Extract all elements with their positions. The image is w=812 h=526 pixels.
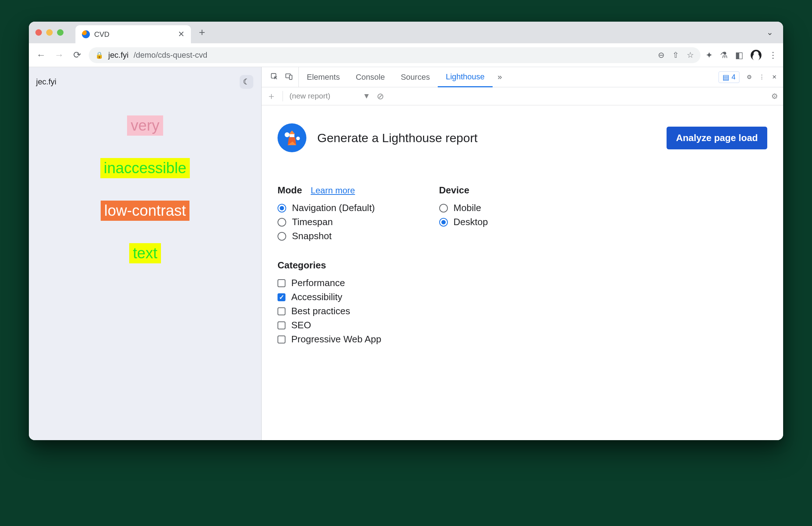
back-button[interactable]: ← <box>35 49 48 61</box>
chat-icon: ▤ <box>722 73 729 82</box>
demo-word: text <box>129 243 161 263</box>
page-brand: jec.fyi <box>36 77 254 87</box>
category-accessibility[interactable]: Accessibility <box>278 292 381 303</box>
mode-heading: Mode <box>278 185 302 196</box>
checkbox-label: SEO <box>291 320 311 331</box>
extensions-icon[interactable]: ✦ <box>706 50 713 60</box>
forward-button[interactable]: → <box>53 49 66 61</box>
category-pwa[interactable]: Progressive Web App <box>278 334 381 345</box>
chevron-down-icon: ▼ <box>363 92 370 100</box>
devtools-panel: Elements Console Sources Lighthouse » ▤ … <box>262 67 783 440</box>
moon-icon: ☾ <box>243 77 250 87</box>
device-toggle-icon[interactable] <box>285 73 293 82</box>
checkbox-icon <box>278 279 285 287</box>
close-tab-icon[interactable]: ✕ <box>178 30 184 39</box>
mode-option-snapshot[interactable]: Snapshot <box>278 231 381 242</box>
checkbox-icon <box>278 336 285 343</box>
radio-label: Mobile <box>454 202 481 214</box>
devtools-kebab-icon[interactable]: ⋮ <box>759 74 765 80</box>
url-path: /demo/cds-quest-cvd <box>134 51 207 60</box>
tabs-overflow-icon[interactable]: ⌄ <box>767 28 777 37</box>
lighthouse-header: Generate a Lighthouse report Analyze pag… <box>278 123 767 152</box>
extension-icons: ✦ ⚗ ◧ ⋮ <box>706 50 777 61</box>
lighthouse-logo-icon <box>278 123 306 152</box>
dark-mode-toggle[interactable]: ☾ <box>240 75 253 89</box>
svg-marker-5 <box>289 131 295 134</box>
mode-option-navigation[interactable]: Navigation (Default) <box>278 202 381 214</box>
radio-icon <box>278 204 286 212</box>
labs-icon[interactable]: ⚗ <box>720 50 728 60</box>
close-devtools-icon[interactable]: ✕ <box>772 74 777 80</box>
tab-elements[interactable]: Elements <box>299 67 348 87</box>
device-option-mobile[interactable]: Mobile <box>439 202 488 214</box>
tab-console[interactable]: Console <box>348 67 393 87</box>
content-area: jec.fyi ☾ very inaccessible low-contrast… <box>29 67 783 440</box>
radio-label: Timespan <box>292 216 333 228</box>
inspect-icon[interactable] <box>270 73 278 82</box>
radio-icon <box>278 218 286 227</box>
checkbox-label: Best practices <box>291 306 350 317</box>
webpage: jec.fyi ☾ very inaccessible low-contrast… <box>29 67 262 440</box>
address-bar[interactable]: 🔒 jec.fyi/demo/cds-quest-cvd ⊖ ⇧ ☆ <box>89 47 700 63</box>
checkbox-icon <box>278 307 285 315</box>
tab-lighthouse[interactable]: Lighthouse <box>438 67 493 87</box>
toolbar: ← → ⟳ 🔒 jec.fyi/demo/cds-quest-cvd ⊖ ⇧ ☆… <box>29 43 783 67</box>
profile-avatar-icon[interactable] <box>751 50 761 61</box>
clear-icon[interactable]: ⊘ <box>377 91 384 101</box>
minimize-window-icon[interactable] <box>46 29 53 36</box>
device-column: Device Mobile Desktop <box>439 185 488 348</box>
devtools-tabbar: Elements Console Sources Lighthouse » ▤ … <box>262 67 783 87</box>
device-option-desktop[interactable]: Desktop <box>439 216 488 228</box>
maximize-window-icon[interactable] <box>57 29 64 36</box>
browser-tab[interactable]: CVD ✕ <box>75 25 191 43</box>
category-best-practices[interactable]: Best practices <box>278 306 381 317</box>
radio-label: Desktop <box>454 216 488 228</box>
radio-label: Snapshot <box>292 231 332 242</box>
svg-point-4 <box>296 137 300 140</box>
checkbox-icon <box>278 293 285 301</box>
lighthouse-body: Generate a Lighthouse report Analyze pag… <box>262 105 783 440</box>
category-performance[interactable]: Performance <box>278 277 381 289</box>
radio-icon <box>278 232 286 241</box>
checkbox-label: Accessibility <box>291 292 342 303</box>
tab-title: CVD <box>94 30 109 39</box>
sidepanel-icon[interactable]: ◧ <box>735 50 743 60</box>
categories-section: Categories Performance Accessibility Bes… <box>278 260 381 345</box>
demo-word: very <box>127 115 163 136</box>
categories-heading: Categories <box>278 260 326 271</box>
new-tab-button[interactable]: + <box>194 26 210 39</box>
lighthouse-heading: Generate a Lighthouse report <box>317 131 477 145</box>
report-dropdown-label: (new report) <box>289 92 330 100</box>
traffic-lights <box>35 29 64 36</box>
mode-option-timespan[interactable]: Timespan <box>278 216 381 228</box>
category-seo[interactable]: SEO <box>278 320 381 331</box>
radio-icon <box>439 218 448 227</box>
lighthouse-options: Mode Learn more Navigation (Default) Tim… <box>278 185 767 348</box>
issues-count: 4 <box>732 73 735 81</box>
kebab-menu-icon[interactable]: ⋮ <box>769 50 777 60</box>
browser-window: CVD ✕ + ⌄ ← → ⟳ 🔒 jec.fyi/demo/cds-quest… <box>29 22 783 440</box>
lighthouse-toolbar: ＋ (new report) ▼ ⊘ ⚙ <box>262 87 783 105</box>
demo-word: low-contrast <box>101 201 189 221</box>
learn-more-link[interactable]: Learn more <box>311 185 355 196</box>
checkbox-label: Performance <box>291 277 345 289</box>
share-icon[interactable]: ⇧ <box>672 51 679 60</box>
issues-badge[interactable]: ▤ 4 <box>719 71 739 83</box>
analyze-button[interactable]: Analyze page load <box>667 127 767 149</box>
lighthouse-settings-icon[interactable]: ⚙ <box>771 92 778 101</box>
tab-sources[interactable]: Sources <box>393 67 438 87</box>
zoom-icon[interactable]: ⊖ <box>658 51 664 60</box>
svg-point-3 <box>285 132 290 137</box>
svg-rect-2 <box>289 75 292 79</box>
lock-icon: 🔒 <box>95 51 103 59</box>
close-window-icon[interactable] <box>35 29 42 36</box>
star-icon[interactable]: ☆ <box>687 51 694 60</box>
url-host: jec.fyi <box>108 51 128 60</box>
report-dropdown[interactable]: (new report) ▼ <box>289 92 370 101</box>
favicon-icon <box>82 30 90 38</box>
settings-gear-icon[interactable]: ⚙ <box>747 74 752 80</box>
add-report-icon[interactable]: ＋ <box>267 90 276 102</box>
tabs-overflow-icon[interactable]: » <box>493 73 507 82</box>
reload-button[interactable]: ⟳ <box>71 49 84 61</box>
mode-column: Mode Learn more Navigation (Default) Tim… <box>278 185 381 348</box>
